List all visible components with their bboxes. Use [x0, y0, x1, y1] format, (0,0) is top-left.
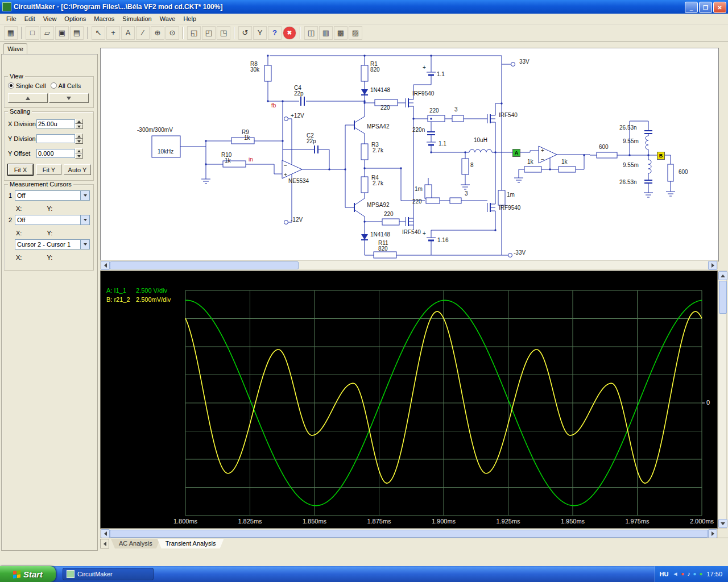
menu-item-file[interactable]: File — [2, 14, 20, 23]
start-button[interactable]: Start — [0, 566, 56, 582]
y-offset-spinner[interactable] — [75, 148, 83, 159]
app-icon — [2, 2, 11, 11]
cursor1-number-label: 1 — [9, 192, 12, 199]
wave-legend-name: B: r21_2 — [106, 296, 136, 303]
menu-item-edit[interactable]: Edit — [20, 14, 39, 23]
help-icon[interactable]: ? — [268, 26, 282, 40]
chevron-down-icon[interactable] — [80, 191, 89, 200]
toolbar-separator — [234, 27, 235, 39]
wave-panel-body: View Single Cell All Cells Scaling X Div… — [1, 54, 98, 551]
node-marker-b[interactable]: B — [657, 152, 665, 160]
multimeter-icon[interactable]: ▩ — [334, 26, 348, 40]
language-indicator[interactable]: HU — [660, 571, 669, 577]
scroll-right-icon[interactable] — [708, 529, 717, 538]
waveform-plot[interactable] — [101, 271, 717, 528]
tab-ac-analysis[interactable]: AC Analysis — [111, 539, 160, 548]
measurement-cursors-group: Measurement Cursors 1 Off X: Y: 2 Off X: — [4, 184, 94, 271]
restore-button[interactable]: ❐ — [699, 2, 712, 13]
wave-hscroll-thumb[interactable] — [110, 530, 708, 538]
wave-vscroll-thumb[interactable] — [719, 281, 727, 314]
wye-tool-icon[interactable]: Y — [253, 26, 267, 40]
tray-alert-icon[interactable]: ● — [681, 571, 684, 577]
print-icon[interactable]: ▤ — [70, 26, 84, 40]
start-button-label: Start — [23, 569, 43, 579]
radio-all-cells[interactable]: All Cells — [51, 82, 81, 89]
zoom-page-icon[interactable]: ◰ — [202, 26, 216, 40]
select-cursor-icon[interactable]: ↖ — [92, 26, 105, 40]
cursor-diff-select[interactable]: Cursor 2 - Cursor 1 — [15, 239, 90, 250]
zoom-area-icon[interactable]: ◱ — [187, 26, 201, 40]
radio-single-cell-label: Single Cell — [16, 82, 46, 89]
menu-item-wave[interactable]: Wave — [156, 14, 180, 23]
analysis-window-icon[interactable]: ▨ — [349, 26, 362, 40]
fit-y-button[interactable]: Fit Y — [36, 164, 61, 175]
x-division-spinner[interactable] — [75, 119, 83, 129]
y-offset-input[interactable] — [36, 149, 75, 158]
task-button-label: CircuitMaker — [77, 571, 113, 577]
scroll-right-icon[interactable] — [708, 261, 717, 270]
cursor1-select[interactable]: Off — [15, 190, 90, 201]
schematic-hscroll-thumb[interactable] — [110, 261, 299, 269]
pan-up-button[interactable] — [8, 93, 48, 103]
tab-wave[interactable]: Wave — [3, 43, 27, 55]
save-file-icon[interactable]: ▣ — [55, 26, 69, 40]
taskbar-task-circuitmaker[interactable]: CircuitMaker — [63, 568, 154, 580]
y-division-spinner[interactable] — [75, 134, 83, 144]
zoom-in-icon[interactable]: ⊕ — [151, 26, 164, 40]
menu-item-macros[interactable]: Macros — [90, 14, 118, 23]
scope-window-icon[interactable]: ◫ — [304, 26, 318, 40]
cursor-diff-x-label: X: — [16, 254, 22, 261]
wave-vscrollbar[interactable] — [718, 271, 727, 529]
tab-transient-analysis[interactable]: Transient Analysis — [158, 539, 224, 548]
tray-network-icon[interactable]: ● — [693, 571, 696, 577]
zoom-tool-icon[interactable]: ⊙ — [166, 26, 179, 40]
chevron-down-icon[interactable] — [80, 215, 89, 225]
scroll-left-icon[interactable] — [101, 529, 110, 538]
menu-item-simulation[interactable]: Simulation — [118, 14, 155, 23]
zoom-select-icon[interactable]: ◳ — [217, 26, 230, 40]
browse-schematic-icon[interactable]: ▦ — [4, 26, 18, 40]
stop-simulation-icon[interactable]: ✖ — [283, 26, 296, 40]
y-division-input[interactable] — [36, 134, 75, 143]
tray-hide-icon[interactable]: ◄ — [672, 571, 678, 577]
edit-tool-icon[interactable]: ∕ — [136, 26, 150, 40]
cursor2-select[interactable]: Off — [15, 215, 90, 225]
wave-hscrollbar[interactable] — [100, 529, 718, 538]
x-division-input[interactable] — [36, 119, 75, 128]
menu-item-options[interactable]: Options — [60, 14, 90, 23]
tab-scroll-left-button[interactable] — [100, 539, 109, 548]
scroll-down-icon[interactable] — [718, 519, 727, 528]
schematic-drawing — [101, 48, 718, 261]
new-file-icon[interactable]: □ — [26, 26, 39, 40]
system-tray: HU ◄●♪●● 17:50 — [655, 566, 728, 582]
minimize-button[interactable]: _ — [685, 2, 698, 13]
rewire-icon[interactable]: ↺ — [238, 26, 252, 40]
waveform-viewer[interactable]: A: I1_12.500 V/divB: r21_22.500mV/div1.8… — [100, 271, 718, 529]
wave-legend-scale: 2.500 V/div — [136, 287, 167, 294]
capacitor-plates — [301, 97, 652, 183]
radio-single-cell[interactable]: Single Cell — [8, 82, 46, 89]
close-button[interactable]: ✕ — [713, 2, 726, 13]
add-part-icon[interactable]: + — [106, 26, 120, 40]
fit-x-button[interactable]: Fit X — [8, 164, 33, 175]
menu-item-view[interactable]: View — [39, 14, 61, 23]
wave-x-tick: 2.000ms — [690, 518, 714, 525]
digital-display-icon[interactable]: ▥ — [319, 26, 333, 40]
pan-down-button[interactable] — [49, 93, 89, 103]
open-file-icon[interactable]: ▱ — [40, 26, 54, 40]
node-marker-a[interactable]: A — [512, 149, 520, 157]
chevron-down-icon[interactable] — [80, 240, 89, 249]
view-group-legend: View — [8, 73, 25, 80]
scroll-left-icon[interactable] — [101, 261, 110, 270]
text-tool-icon[interactable]: A — [121, 26, 135, 40]
wave-x-tick: 1.975ms — [625, 518, 649, 525]
desktop: CircuitMaker - [C:\Program Files\...\Bél… — [0, 0, 728, 582]
auto-y-button[interactable]: Auto Y — [64, 164, 91, 175]
schematic-hscrollbar[interactable] — [100, 260, 718, 269]
scroll-up-icon[interactable] — [718, 271, 727, 280]
menu-item-help[interactable]: Help — [179, 14, 200, 23]
schematic-canvas[interactable]: R830kC422pfbR18201N4148220IRF9540+1.133V… — [100, 48, 719, 261]
tray-scheduler-icon[interactable]: ● — [699, 571, 702, 577]
tray-volume-icon[interactable]: ♪ — [687, 571, 690, 577]
wave-x-tick: 1.875ms — [367, 518, 391, 525]
